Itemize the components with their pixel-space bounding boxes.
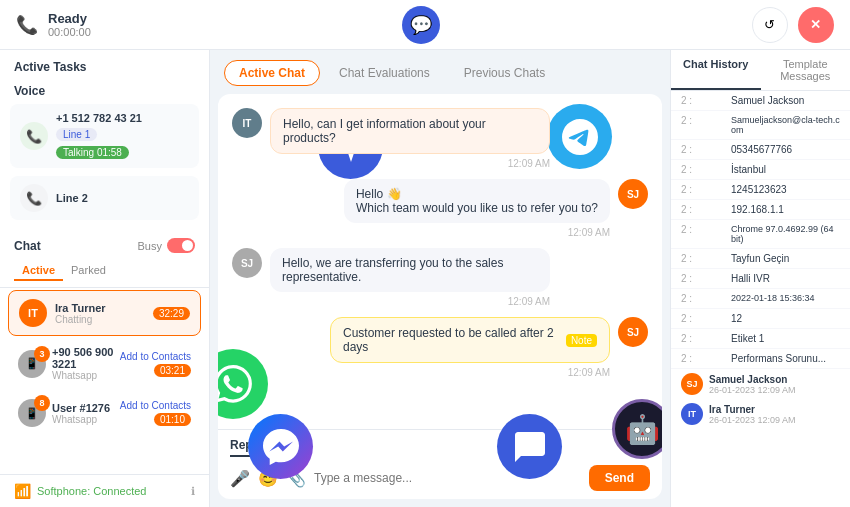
add-contacts-2[interactable]: Add to Contacts [120,351,191,362]
rs-info-count: 2 : 12 [671,309,850,329]
message-3: SJ Hello, we are transferring you to the… [232,248,648,307]
phone-icon: 📞 [16,14,38,36]
bar-chart-icon: 📶 [14,483,31,499]
agent-avatar-2: SJ [618,179,648,209]
refresh-button[interactable]: ↺ [752,7,788,43]
top-bar-right: ↺ ✕ [752,7,834,43]
softphone-label: Softphone: Connected [37,485,146,497]
agent1-avatar: SJ [681,373,703,395]
tab-previous[interactable]: Previous Chats [449,60,560,86]
rs-tab-history[interactable]: Chat History [671,50,761,90]
reply-tab[interactable]: Reply [230,438,263,457]
rs-agent-1: SJ Samuel Jackson 26-01-2023 12:09 AM [671,369,850,399]
rs-info-city: 2 : İstanbul [671,160,850,180]
main-chat-tabs: Active Chat Chat Evaluations Previous Ch… [210,50,670,86]
msg-time-1: 12:09 AM [270,158,550,169]
emoji-icon[interactable]: 😊 [258,469,278,488]
note-tag-4: Note [566,334,597,347]
msg-time-2: 12:09 AM [344,227,610,238]
rs-info-agent: 2 : Tayfun Geçin [671,249,850,269]
note-bubble-4: Customer requested to be called after 2 … [330,317,610,363]
chat-list-item-2[interactable]: 📱 3 +90 506 900 3221 Whatsapp Add to Con… [8,338,201,389]
rs-info-name: 2 : Samuel Jackson [671,91,850,111]
chat-list-item-3[interactable]: 📱 8 User #1276 Whatsapp Add to Contacts … [8,391,201,435]
send-button[interactable]: Send [589,465,650,491]
busy-label: Busy [138,240,162,252]
rs-tabs: Chat History Template Messages [671,50,850,91]
chat-header-row: Chat Busy [0,234,209,257]
voice-card-1-info: +1 512 782 43 21 Line 1 Talking 01:58 [56,112,189,160]
chat2-channel: Whatsapp [52,370,114,381]
tab-evaluations[interactable]: Chat Evaluations [324,60,445,86]
tab-active[interactable]: Active [14,261,63,281]
voice1-number: +1 512 782 43 21 [56,112,189,124]
voice-card-2[interactable]: 📞 Line 2 [10,176,199,220]
rs-info-id: 2 : 1245123623 [671,180,850,200]
refresh-icon: ↺ [764,17,775,32]
chat3-info: User #1276 Whatsapp [52,402,114,425]
rs-info-tag: 2 : Etiket 1 [671,329,850,349]
rs-info-date: 2 : 2022-01-18 15:36:34 [671,289,850,309]
user-bubble-1: Hello, can I get information about your … [270,108,550,154]
call-icon-2: 📞 [20,184,48,212]
chat3-channel: Whatsapp [52,414,114,425]
agent2-time: 26-01-2023 12:09 AM [709,415,796,425]
voice-card-1[interactable]: 📞 +1 512 782 43 21 Line 1 Talking 01:58 [10,104,199,168]
rs-tab-templates[interactable]: Template Messages [761,50,851,90]
timer-2: 03:21 [154,364,191,377]
ira-name: Ira Turner [55,302,145,314]
input-icons-left: 🎤 😊 📎 [230,469,306,488]
user-avatar-1: IT [232,108,262,138]
chat-list-item-ira[interactable]: IT Ira Turner Chatting 32:29 [8,290,201,336]
tab-active-chat[interactable]: Active Chat [224,60,320,86]
busy-toggle[interactable]: Busy [138,238,195,253]
input-row: 🎤 😊 📎 Send [230,465,650,491]
agent2-avatar: IT [681,403,703,425]
chat-tab-row: Active Parked [0,257,209,288]
rs-info-ip: 2 : 192.168.1.1 [671,200,850,220]
status-time: 00:00:00 [48,26,91,38]
note-text-4: Customer requested to be called after 2 … [343,326,554,354]
chat-input-field[interactable] [314,471,581,485]
chat-section-title: Chat [14,239,41,253]
right-sidebar: Chat History Template Messages 2 : Samue… [670,50,850,507]
chat3-number: User #1276 [52,402,114,414]
left-sidebar: Active Tasks Voice 📞 +1 512 782 43 21 Li… [0,50,210,507]
agent1-time: 26-01-2023 12:09 AM [709,385,796,395]
toggle-knob [182,240,193,251]
top-bar-center: 💬 [402,6,440,44]
rs-info-perf: 2 : Performans Sorunu... [671,349,850,369]
badge-3: 8 [34,395,50,411]
rs-info-browser: 2 : Chrome 97.0.4692.99 (64 bit) [671,220,850,249]
close-button[interactable]: ✕ [798,7,834,43]
agent2-name: Ira Turner [709,404,796,415]
chat-area: 🤖 IT Hello, can I get information about … [218,94,662,499]
msg-time-4: 12:09 AM [330,367,610,378]
add-contacts-3[interactable]: Add to Contacts [120,400,191,411]
status-label: Ready [48,11,91,26]
toggle-switch[interactable] [167,238,195,253]
message-4: Customer requested to be called after 2 … [232,317,648,378]
voice1-timer: Talking 01:58 [56,146,129,159]
ira-info: Ira Turner Chatting [55,302,145,325]
rs-info-list: 2 : Samuel Jackson 2 : Samueljackson@cla… [671,91,850,369]
note-tab[interactable]: Note [279,438,304,457]
messages-list: IT Hello, can I get information about yo… [218,94,662,429]
call-icon-1: 📞 [20,122,48,150]
reply-note-tabs: Reply Note [230,438,650,457]
agent-avatar-4: SJ [618,317,648,347]
chat-bubble-icon: 💬 [410,14,432,36]
microphone-icon[interactable]: 🎤 [230,469,250,488]
badge-2: 3 [34,346,50,362]
tab-parked[interactable]: Parked [63,261,114,281]
chat2-info: +90 506 900 3221 Whatsapp [52,346,114,381]
ira-sub: Chatting [55,314,145,325]
attachment-icon[interactable]: 📎 [286,469,306,488]
chat-icon-button[interactable]: 💬 [402,6,440,44]
agent1-name: Samuel Jackson [709,374,796,385]
info-icon[interactable]: ℹ [191,485,195,498]
voice1-badge: Line 1 [56,128,97,141]
main-layout: Active Tasks Voice 📞 +1 512 782 43 21 Li… [0,50,850,507]
top-bar: 📞 Ready 00:00:00 💬 ↺ ✕ [0,0,850,50]
center-content: Active Chat Chat Evaluations Previous Ch… [210,50,670,507]
